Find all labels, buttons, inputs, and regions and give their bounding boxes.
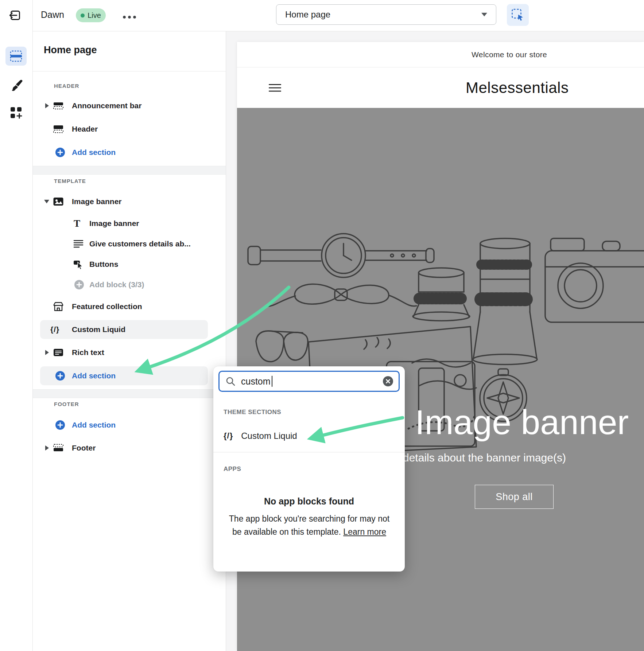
sidebar-title-wrap: Home page (33, 31, 226, 71)
header-section-icon (53, 124, 64, 134)
sidebar-item-footer[interactable]: Footer (33, 438, 226, 458)
page-selector-dropdown[interactable]: Home page (276, 4, 496, 25)
banner-subheading: details about the banner image(s) (403, 452, 566, 464)
left-rail (0, 0, 33, 651)
learn-more-link[interactable]: Learn more (343, 527, 386, 537)
add-circle-icon (55, 371, 65, 381)
sidebar-item-label: Custom Liquid (72, 325, 125, 334)
small-lens-art (413, 268, 470, 321)
shop-all-button[interactable]: Shop all (475, 485, 554, 509)
add-section-popup: custom THEME SECTIONS {/} Custom Liquid … (213, 366, 405, 572)
add-circle-icon (55, 420, 65, 430)
announcement-bar-preview: Welcome to our store (237, 42, 644, 67)
apps-label: APPS (224, 465, 241, 473)
big-lens-art (473, 238, 537, 365)
theme-name: Dawn (41, 9, 64, 20)
add-section-label: Add section (72, 421, 116, 429)
store-name[interactable]: Melsessentials (466, 79, 569, 97)
block-item-label: Buttons (89, 260, 118, 269)
block-item-label: Give customers details ab... (89, 239, 191, 248)
rich-text-icon (53, 348, 64, 357)
clear-search-button[interactable] (383, 376, 393, 387)
chevron-down-icon[interactable] (44, 200, 49, 203)
sections-panel-button[interactable] (5, 47, 27, 66)
no-app-blocks-title: No app blocks found (213, 496, 405, 507)
sidebar-item-header[interactable]: Header (33, 119, 226, 139)
theme-settings-button[interactable] (8, 77, 24, 94)
image-banner-icon (53, 196, 64, 207)
bow-art (266, 284, 416, 306)
group-divider (33, 166, 226, 175)
buttons-cursor-icon (73, 259, 84, 270)
block-item-description[interactable]: Give customers details ab... (33, 234, 226, 254)
custom-liquid-icon: {/} (50, 325, 59, 334)
sidebar-item-label: Announcement bar (72, 101, 141, 110)
more-options-button[interactable] (123, 14, 136, 20)
chevron-right-icon[interactable] (45, 445, 49, 451)
heading-text-icon: T (74, 218, 80, 229)
group-divider (33, 389, 226, 398)
no-app-blocks-text: The app block you're searching for may n… (227, 512, 391, 538)
search-icon (225, 376, 236, 386)
page-selector-value: Home page (285, 9, 330, 20)
block-item-label: Image banner (89, 219, 139, 228)
footer-section-icon (53, 443, 64, 453)
topbar: Dawn Live Home page (33, 0, 644, 31)
sections-sidebar: Home page HEADER Announcement bar Header (33, 31, 226, 651)
header-group-label: HEADER (54, 83, 79, 89)
sidebar-item-label: Image banner (72, 197, 122, 206)
text-lines-icon (73, 239, 84, 249)
add-block-label: Add block (3/3) (89, 280, 144, 289)
add-section-label: Add section (72, 148, 116, 157)
footer-group-label: FOOTER (54, 401, 79, 407)
sidebar-item-label: Footer (72, 444, 96, 452)
watch-art (248, 234, 434, 277)
block-item-image-banner-heading[interactable]: T Image banner (33, 214, 226, 233)
search-input-value: custom (241, 376, 271, 387)
add-section-template-button[interactable]: Add section (33, 366, 226, 386)
chevron-down-icon (481, 13, 487, 16)
inspect-tool-button[interactable] (507, 4, 529, 26)
chevron-right-icon[interactable] (45, 103, 49, 108)
popup-divider (213, 452, 405, 452)
add-section-label: Add section (72, 371, 116, 380)
theme-sections-label: THEME SECTIONS (224, 409, 281, 416)
sidebar-item-rich-text[interactable]: Rich text (33, 343, 226, 362)
text-cursor (272, 376, 272, 387)
sunglasses-art (256, 331, 308, 362)
add-section-footer-button[interactable]: Add section (33, 415, 226, 435)
chevron-right-icon[interactable] (45, 350, 49, 355)
live-badge: Live (76, 8, 106, 22)
sidebar-item-featured-collection[interactable]: Featured collection (33, 297, 226, 316)
sidebar-item-image-banner[interactable]: Image banner (33, 192, 226, 211)
sidebar-item-custom-liquid[interactable]: {/} Custom Liquid (33, 320, 226, 339)
app-embeds-button[interactable] (8, 105, 24, 121)
featured-collection-icon (53, 301, 64, 312)
popup-item-custom-liquid[interactable]: {/} Custom Liquid (213, 425, 405, 447)
add-circle-disabled-icon (74, 280, 84, 290)
camera-art (545, 238, 644, 322)
add-circle-icon (55, 147, 65, 157)
sidebar-item-label: Rich text (72, 348, 104, 357)
announcement-text: Welcome to our store (472, 50, 547, 59)
popup-item-label: Custom Liquid (241, 431, 297, 441)
announcement-bar-icon (53, 101, 64, 111)
sidebar-item-label: Header (72, 125, 98, 133)
sidebar-item-announcement-bar[interactable]: Announcement bar (33, 96, 226, 116)
template-group-label: TEMPLATE (54, 178, 86, 184)
sidebar-item-label: Featured collection (72, 302, 142, 311)
hamburger-menu-icon[interactable] (269, 83, 281, 94)
live-dot-icon (81, 13, 85, 17)
add-block-button: Add block (3/3) (33, 275, 226, 295)
banner-heading: Image banner (415, 402, 629, 442)
block-item-buttons[interactable]: Buttons (33, 254, 226, 274)
live-badge-label: Live (88, 11, 101, 20)
custom-liquid-icon: {/} (224, 431, 233, 441)
add-section-header-button[interactable]: Add section (33, 143, 226, 162)
sidebar-title: Home page (44, 44, 97, 56)
section-search-input[interactable]: custom (218, 371, 400, 392)
exit-editor-button[interactable] (7, 7, 24, 24)
